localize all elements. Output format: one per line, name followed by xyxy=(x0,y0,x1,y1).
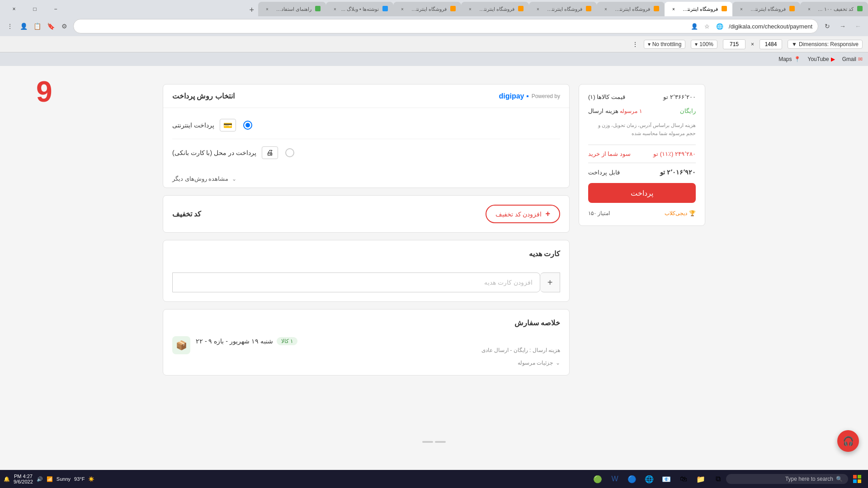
profile-icon[interactable]: 👤 xyxy=(689,21,700,32)
extension-icon-2[interactable]: 🔖 xyxy=(44,20,57,33)
url-bar[interactable]: digikala.com/checkout/payment/ 🌐 ☆ 👤 xyxy=(73,19,818,33)
taskbar-task-view[interactable]: ⧉ xyxy=(710,471,726,487)
height-input[interactable] xyxy=(723,39,745,49)
taskbar-mail[interactable]: 📧 xyxy=(658,471,675,487)
pos-radio-button[interactable] xyxy=(285,148,294,157)
bookmark-gmail[interactable]: ✉ Gmail xyxy=(842,56,863,62)
scroll-dot-1 xyxy=(435,441,446,443)
date-label: 9/6/2022 xyxy=(14,479,33,484)
devtools-more-icon[interactable]: ⋮ xyxy=(632,41,638,48)
tab-6-label: فروشگاه اینترنتی د... xyxy=(476,6,514,12)
translate-icon[interactable]: 🌐 xyxy=(714,21,725,32)
payment-method-title: انتخاب روش پرداخت xyxy=(172,92,235,100)
tab-3[interactable]: فروشگاه اینترنتی د... × xyxy=(665,2,732,16)
tab-9-close[interactable]: × xyxy=(264,5,271,13)
minimize-button[interactable]: − xyxy=(45,2,66,16)
tab-8[interactable]: نوشته‌ها • وبلاگ ... × xyxy=(326,2,393,16)
tab-2-label: فروشگاه اینترنتی د... xyxy=(748,6,786,12)
add-discount-button[interactable]: + افزودن کد تخفیف xyxy=(486,205,560,223)
zoom-dropdown[interactable]: 100% ▾ xyxy=(691,40,717,49)
more-methods-button[interactable]: ⌄ مشاهده روش‌های دیگر xyxy=(163,170,569,188)
taskbar-chrome[interactable]: 🔵 xyxy=(624,471,640,487)
tab-5-close[interactable]: × xyxy=(534,5,542,13)
bookmark-youtube[interactable]: ▶ YouTube xyxy=(808,56,835,62)
pay-button[interactable]: پرداخت xyxy=(588,183,696,203)
extension-icon-3[interactable]: 📋 xyxy=(31,20,43,33)
tab-4[interactable]: فروشگاه اینترنتی د... × xyxy=(597,2,665,16)
online-payment-icon: 💳 xyxy=(220,119,236,131)
gift-add-button[interactable]: + xyxy=(540,272,560,292)
tab-8-label: نوشته‌ها • وبلاگ ... xyxy=(341,6,379,12)
payment-method-panel: Powered by ▪ digipay انتخاب روش پرداخت 💳 xyxy=(163,84,570,188)
tab-6-close[interactable]: × xyxy=(467,5,474,13)
dimensions-label: Dimensions: Responsive xyxy=(799,41,859,47)
tab-7[interactable]: فروشگاه اینترنتی د... × xyxy=(393,2,461,16)
bookmark-maps[interactable]: 📍 Maps xyxy=(778,56,800,62)
extension-icon-1[interactable]: ⚙ xyxy=(58,20,71,33)
taskbar-chrome-2[interactable]: 🟢 xyxy=(590,471,606,487)
notification-icon[interactable]: 🔔 xyxy=(4,476,10,482)
zoom-chevron-icon: ▾ xyxy=(695,41,698,47)
gift-card-input[interactable] xyxy=(172,272,540,292)
tab-2[interactable]: فروشگاه اینترنتی د... × xyxy=(732,2,800,16)
add-discount-label: افزودن کد تخفیف xyxy=(495,211,542,218)
tab-9[interactable]: راهنمای استفاده از... × xyxy=(258,2,326,16)
back-button[interactable]: ← xyxy=(852,20,864,33)
digipay-logo: Powered by ▪ digipay xyxy=(499,92,560,100)
width-input[interactable] xyxy=(760,39,782,49)
youtube-icon: ▶ xyxy=(831,56,835,62)
zoom-label: 100% xyxy=(699,41,713,47)
taskbar-edge[interactable]: 🌐 xyxy=(641,471,657,487)
support-button[interactable]: 🎧 xyxy=(837,430,859,452)
taskbar-explorer[interactable]: 📁 xyxy=(693,471,709,487)
tab-5[interactable]: فروشگاه اینترنتی د... × xyxy=(529,2,597,16)
tab-4-close[interactable]: × xyxy=(602,5,609,13)
maximize-button[interactable]: □ xyxy=(24,2,45,16)
taskbar-search[interactable]: 🔍 Type here to search xyxy=(726,474,848,484)
clock[interactable]: 4:27 PM 9/6/2022 xyxy=(14,474,33,484)
taskbar-store[interactable]: 🛍 xyxy=(675,471,692,487)
url-text: digikala.com/checkout/payment/ xyxy=(729,23,812,30)
details-toggle[interactable]: ⌄ جزئیات مرسوله xyxy=(172,360,560,366)
order-item-header: ۱ کالا شنبه ۱۹ شهریور - بازه ۹ - ۲۲ xyxy=(196,337,560,345)
tab-1[interactable]: کد تخفیف ۱۰۰ هزار × xyxy=(800,2,868,16)
menu-button[interactable]: ⋮ xyxy=(4,20,16,33)
payment-option-online[interactable]: 💳 پرداخت اینترنتی xyxy=(172,112,560,139)
online-radio-inner xyxy=(245,123,250,127)
shipping-link[interactable]: ۱ مرسوله xyxy=(620,108,642,114)
order-summary-panel: ۲٬۳۶۶٬۲۰۰ تو قیمت کالاها (۱) رایگان ۱ مر… xyxy=(579,84,705,226)
tab-7-label: فروشگاه اینترنتی د... xyxy=(409,6,447,12)
start-button[interactable] xyxy=(850,472,864,486)
discount-label: سود شما از خرید xyxy=(588,150,631,157)
forward-button[interactable]: → xyxy=(836,20,849,33)
profile-menu[interactable]: 👤 xyxy=(17,20,30,33)
bookmark-youtube-label: YouTube xyxy=(808,56,829,62)
tab-4-label: فروشگاه اینترنتی د... xyxy=(612,6,650,12)
taskbar-word[interactable]: W xyxy=(607,471,623,487)
online-radio-button[interactable] xyxy=(243,121,252,130)
volume-icon[interactable]: 🔊 xyxy=(37,476,43,482)
tab-1-close[interactable]: × xyxy=(806,5,813,13)
tab-4-favicon xyxy=(653,6,659,12)
shipping-cost-text: هزینه ارسال : رایگان xyxy=(514,347,560,353)
new-tab-button[interactable]: + xyxy=(245,4,258,16)
throttling-dropdown[interactable]: No throttling ▾ xyxy=(644,40,686,49)
tab-8-close[interactable]: × xyxy=(331,5,339,13)
payment-option-pos[interactable]: 🖨 پرداخت در محل (با کارت بانکی) xyxy=(172,139,560,166)
network-icon[interactable]: 📶 xyxy=(47,476,53,482)
reload-button[interactable]: ↻ xyxy=(821,20,834,33)
tab-7-close[interactable]: × xyxy=(399,5,406,13)
star-icon[interactable]: ☆ xyxy=(702,21,712,32)
tab-6[interactable]: فروشگاه اینترنتی د... × xyxy=(461,2,529,16)
items-price-row: ۲٬۳۶۶٬۲۰۰ تو قیمت کالاها (۱) xyxy=(588,94,696,100)
details-toggle-label: جزئیات مرسوله xyxy=(518,360,553,366)
dimensions-dropdown[interactable]: Dimensions: Responsive ▼ xyxy=(788,40,863,49)
tab-2-close[interactable]: × xyxy=(738,5,745,13)
gmail-icon: ✉ xyxy=(858,56,863,62)
close-button[interactable]: × xyxy=(4,2,24,16)
divider-2 xyxy=(588,163,696,163)
system-tray: ☀️ 93°F Sunny 📶 🔊 4:27 PM 9/6/2022 🔔 xyxy=(4,474,94,484)
total-row: ۲٬۰۱۶٬۹۲۰ تو قابل پرداخت xyxy=(588,169,696,176)
dimensions-separator: × xyxy=(751,41,754,47)
tab-3-close[interactable]: × xyxy=(670,5,677,13)
